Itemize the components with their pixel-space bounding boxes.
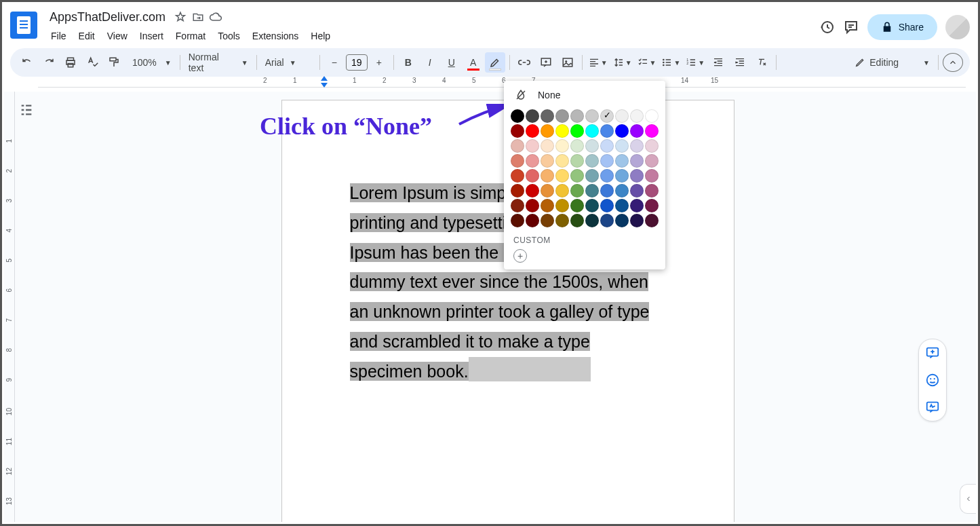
clear-formatting-button[interactable] — [751, 52, 772, 73]
color-swatch[interactable] — [570, 109, 584, 123]
comments-icon[interactable] — [843, 19, 859, 35]
show-side-panel-button[interactable] — [960, 484, 976, 514]
color-swatch[interactable] — [615, 169, 629, 183]
color-swatch[interactable] — [600, 139, 614, 153]
menu-file[interactable]: File — [45, 28, 72, 44]
color-swatch[interactable] — [511, 214, 524, 227]
color-swatch[interactable] — [526, 169, 539, 183]
color-swatch[interactable] — [600, 214, 614, 227]
move-icon[interactable] — [191, 10, 205, 24]
color-swatch[interactable] — [511, 139, 524, 153]
increase-font-button[interactable]: + — [369, 52, 389, 73]
line-spacing-button[interactable]: ▼ — [611, 52, 634, 73]
left-indent[interactable] — [321, 83, 328, 88]
color-swatch[interactable] — [541, 124, 554, 138]
redo-button[interactable] — [39, 52, 59, 73]
color-swatch[interactable] — [630, 139, 644, 153]
menu-extensions[interactable]: Extensions — [247, 28, 304, 44]
bullet-list-button[interactable]: ▼ — [659, 52, 682, 73]
print-button[interactable] — [60, 52, 81, 73]
text-line[interactable]: dummy text ever since the 1500s, when — [350, 272, 649, 291]
color-swatch[interactable] — [615, 214, 629, 227]
insert-link-button[interactable] — [514, 52, 534, 73]
side-suggest-button[interactable] — [919, 394, 946, 421]
highlight-color-button[interactable] — [485, 52, 505, 73]
color-swatch[interactable] — [570, 199, 584, 212]
color-swatch[interactable] — [511, 199, 524, 212]
paint-format-button[interactable] — [104, 52, 124, 73]
color-swatch[interactable] — [645, 139, 659, 153]
side-add-comment-button[interactable] — [919, 339, 946, 367]
checklist-button[interactable]: ▼ — [635, 52, 659, 73]
color-swatch[interactable] — [555, 124, 569, 138]
color-swatch[interactable] — [555, 109, 569, 123]
color-swatch[interactable] — [526, 154, 539, 168]
document-title[interactable]: AppsThatDeliver.com — [45, 9, 170, 26]
color-swatch[interactable] — [615, 154, 629, 168]
color-swatch[interactable] — [630, 214, 644, 227]
color-swatch[interactable] — [570, 124, 584, 138]
bold-button[interactable]: B — [398, 52, 418, 73]
color-swatch[interactable] — [511, 154, 524, 168]
text-color-button[interactable]: A — [463, 52, 484, 73]
font-size-input[interactable]: 19 — [346, 54, 368, 71]
decrease-font-button[interactable]: − — [324, 52, 345, 73]
color-swatch[interactable] — [645, 214, 659, 227]
color-swatch[interactable] — [645, 199, 659, 212]
color-swatch[interactable] — [630, 169, 644, 183]
color-swatch[interactable] — [630, 184, 644, 198]
color-swatch[interactable] — [555, 139, 569, 153]
color-swatch[interactable] — [541, 154, 554, 168]
color-swatch[interactable] — [630, 199, 644, 212]
color-swatch[interactable] — [600, 184, 614, 198]
horizontal-ruler[interactable]: 2 1 1 2 3 4 5 6 7 14 15 — [38, 77, 966, 88]
color-swatch[interactable] — [645, 154, 659, 168]
color-swatch[interactable] — [511, 124, 524, 138]
color-swatch[interactable] — [541, 214, 554, 227]
color-swatch[interactable] — [526, 199, 539, 212]
color-swatch[interactable] — [615, 184, 629, 198]
color-swatch[interactable] — [570, 169, 584, 183]
color-swatch[interactable] — [600, 124, 614, 138]
color-swatch[interactable] — [615, 139, 629, 153]
text-line[interactable]: and scrambled it to make a type — [350, 332, 590, 351]
color-swatch[interactable] — [585, 184, 599, 198]
hide-menus-button[interactable] — [943, 53, 963, 72]
color-swatch[interactable] — [526, 139, 539, 153]
color-swatch[interactable] — [630, 154, 644, 168]
menu-help[interactable]: Help — [305, 28, 336, 44]
docs-logo[interactable] — [10, 12, 37, 39]
spellcheck-button[interactable] — [82, 52, 102, 73]
color-swatch[interactable] — [615, 124, 629, 138]
share-button[interactable]: Share — [867, 14, 937, 40]
color-swatch[interactable] — [541, 169, 554, 183]
italic-button[interactable]: I — [420, 52, 440, 73]
color-swatch[interactable] — [615, 109, 629, 123]
account-avatar[interactable] — [945, 15, 970, 39]
color-swatch[interactable] — [511, 184, 524, 198]
menu-view[interactable]: View — [102, 28, 133, 44]
menu-edit[interactable]: Edit — [73, 28, 100, 44]
color-swatch[interactable] — [526, 184, 539, 198]
color-swatch[interactable] — [600, 109, 614, 123]
numbered-list-button[interactable]: 12▼ — [684, 52, 707, 73]
side-emoji-button[interactable] — [919, 367, 946, 394]
color-swatch[interactable] — [541, 199, 554, 212]
color-swatch[interactable] — [555, 199, 569, 212]
color-swatch[interactable] — [555, 154, 569, 168]
color-swatch[interactable] — [526, 124, 539, 138]
color-swatch[interactable] — [585, 139, 599, 153]
color-swatch[interactable] — [541, 109, 554, 123]
color-swatch[interactable] — [585, 169, 599, 183]
text-line[interactable]: an unknown printer took a galley of type — [350, 302, 650, 321]
color-swatch[interactable] — [570, 139, 584, 153]
align-button[interactable]: ▼ — [587, 52, 610, 73]
menu-format[interactable]: Format — [170, 28, 211, 44]
first-line-indent[interactable] — [321, 76, 328, 81]
editing-mode-select[interactable]: Editing▼ — [850, 52, 934, 73]
color-swatch[interactable] — [570, 214, 584, 227]
insert-image-button[interactable] — [557, 52, 578, 73]
color-swatch[interactable] — [630, 109, 644, 123]
color-swatch[interactable] — [615, 199, 629, 212]
color-swatch[interactable] — [600, 199, 614, 212]
